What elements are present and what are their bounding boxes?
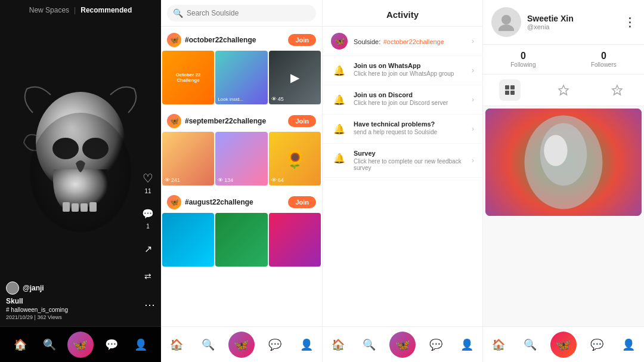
- thumb-count: 👁45: [271, 96, 284, 102]
- svg-point-7: [30, 113, 131, 232]
- shuffle-action[interactable]: ⇄: [140, 268, 156, 284]
- chat-nav-icon[interactable]: 💬: [425, 334, 447, 355]
- challenge-title-row: 🦋 #october22challenge: [167, 33, 256, 47]
- chat-nav-icon[interactable]: 💬: [586, 334, 608, 355]
- challenge-icon: 🦋: [167, 33, 181, 47]
- home-nav-icon[interactable]: 🏠: [10, 334, 31, 355]
- activity-item[interactable]: 🔔 Join us on WhatsApp Click here to join…: [323, 56, 482, 85]
- profile-nav-icon[interactable]: 👤: [130, 334, 151, 355]
- home-nav-icon[interactable]: 🏠: [166, 334, 187, 355]
- bell-icon: 🔔: [333, 65, 345, 76]
- profile-panel: Sweetie Xin @xenia ⋮ 0 Following 0 Follo…: [483, 0, 644, 362]
- activity-title: Activity: [386, 10, 419, 20]
- challenge-thumbnails: October 22Challenge Look insid... ▶ 👁45: [161, 51, 322, 104]
- home-nav-icon[interactable]: 🏠: [327, 334, 349, 355]
- activity-item[interactable]: 🔔 Survey Click here to complete our new …: [323, 144, 482, 178]
- username[interactable]: @janji: [23, 284, 44, 292]
- soulside-item[interactable]: 🦋 Soulside: #october22challenge ›: [323, 27, 482, 56]
- svg-point-9: [499, 24, 514, 31]
- join-button[interactable]: Join: [288, 34, 316, 46]
- challenge-header: 🦋 #october22challenge Join: [161, 29, 322, 51]
- shuffle-icon: ⇄: [140, 268, 156, 284]
- challenge-title-row: 🦋 #august22challenge: [167, 195, 253, 209]
- panel3-bottom-nav: 🏠 🔍 🦋 💬 👤: [323, 326, 482, 362]
- saved-tab[interactable]: +: [606, 79, 628, 101]
- soulside-icon: 🦋: [331, 33, 348, 49]
- butterfly-button[interactable]: 🦋: [550, 332, 577, 358]
- thumb-count: 👁241: [165, 177, 180, 183]
- challenge-item: 🦋 #september22challenge Join 👁241: [161, 110, 322, 185]
- following-label: Following: [510, 61, 535, 68]
- thumbnail: [269, 213, 321, 267]
- grid-item[interactable]: [485, 109, 642, 216]
- thumbnail: ▶ 👁45: [269, 51, 321, 104]
- thumbnail: Look insid...: [215, 51, 267, 104]
- search-nav-icon[interactable]: 🔍: [519, 334, 541, 355]
- search-bar: 🔍: [161, 0, 322, 27]
- share-action[interactable]: ↗: [140, 240, 156, 257]
- bell-icon-wrap: 🔔: [331, 91, 348, 108]
- join-button[interactable]: Join: [288, 115, 316, 127]
- chevron-right-icon: ›: [472, 66, 474, 75]
- challenge-title-row: 🦋 #september22challenge: [167, 114, 266, 128]
- chevron-right-icon: ›: [472, 95, 474, 104]
- profile-nav-icon[interactable]: 👤: [296, 334, 317, 355]
- bell-icon: 🔔: [333, 153, 345, 164]
- like-action[interactable]: ♡ 11: [140, 170, 156, 194]
- profile-nav-icon[interactable]: 👤: [618, 334, 639, 355]
- soulside-link[interactable]: #october22challenge: [383, 38, 444, 45]
- followers-label: Followers: [591, 61, 617, 68]
- thumbnail: 👁134: [215, 132, 267, 185]
- search-nav-icon[interactable]: 🔍: [39, 334, 60, 355]
- heart-icon: ♡: [140, 170, 156, 187]
- butterfly-button[interactable]: 🦋: [389, 332, 416, 358]
- home-nav-icon[interactable]: 🏠: [488, 334, 509, 355]
- comment-action[interactable]: 💬 1: [140, 205, 156, 230]
- chat-nav-icon[interactable]: 💬: [101, 334, 122, 355]
- challenge-list: 🦋 #october22challenge Join October 22Cha…: [161, 27, 322, 326]
- activity-content: Have technical problems? send a help req…: [354, 120, 466, 135]
- recommended-tab[interactable]: Recommended: [80, 6, 132, 14]
- butterfly-button[interactable]: 🦋: [228, 332, 255, 358]
- share-icon: ↗: [140, 240, 156, 257]
- profile-tabs: +: [483, 75, 644, 106]
- video-info: @janji Skull # halloween_is_coming 2021/…: [6, 281, 131, 320]
- challenge-name: #august22challenge: [185, 198, 253, 206]
- following-stat: 0 Following: [510, 51, 535, 68]
- svg-marker-14: [559, 85, 568, 95]
- activity-item[interactable]: 🔔 Have technical problems? send a help r…: [323, 115, 482, 144]
- more-options-button[interactable]: ⋮: [624, 15, 636, 29]
- video-meta: 2021/10/29 | 362 Views: [6, 314, 131, 320]
- butterfly-button[interactable]: 🦋: [67, 332, 94, 358]
- bell-icon: 🔔: [333, 94, 345, 106]
- activity-item-desc: Click here to join our WhatsApp group: [354, 70, 466, 77]
- thumbnail: 👁241: [162, 132, 214, 185]
- join-button[interactable]: Join: [288, 196, 316, 208]
- skull-artwork: [0, 18, 161, 314]
- bell-icon: 🔔: [333, 123, 345, 135]
- more-button[interactable]: ⋯: [144, 298, 155, 311]
- panel2-bottom-nav: 🏠 🔍 🦋 💬 👤: [161, 326, 322, 362]
- chat-nav-icon[interactable]: 💬: [264, 334, 286, 355]
- bell-icon-wrap: 🔔: [331, 120, 348, 137]
- profile-info: Sweetie Xin @xenia: [527, 14, 618, 30]
- activity-content: Join us on Discord Click here to join ou…: [354, 91, 466, 106]
- new-spaces-tab[interactable]: New Spaces: [29, 6, 69, 14]
- comment-icon: 💬: [140, 205, 156, 222]
- activity-item-desc: send a help request to Soulside: [354, 129, 466, 135]
- search-input-wrap[interactable]: 🔍: [167, 5, 316, 21]
- search-input[interactable]: [187, 9, 310, 17]
- activity-item-title: Survey: [354, 150, 466, 157]
- profile-nav-icon[interactable]: 👤: [456, 334, 478, 355]
- activity-item[interactable]: 🔔 Join us on Discord Click here to join …: [323, 85, 482, 115]
- search-nav-icon[interactable]: 🔍: [197, 334, 219, 355]
- followers-count: 0: [591, 51, 617, 61]
- profile-header: Sweetie Xin @xenia ⋮: [483, 0, 644, 45]
- activity-item-desc: Click here to join our Discord server: [354, 100, 466, 106]
- starred-tab[interactable]: [553, 79, 574, 101]
- profile-handle: @xenia: [527, 23, 618, 30]
- followers-stat: 0 Followers: [591, 51, 617, 68]
- grid-tab[interactable]: [499, 79, 521, 101]
- search-nav-icon[interactable]: 🔍: [358, 334, 380, 355]
- soulside-label: Soulside:: [354, 38, 380, 45]
